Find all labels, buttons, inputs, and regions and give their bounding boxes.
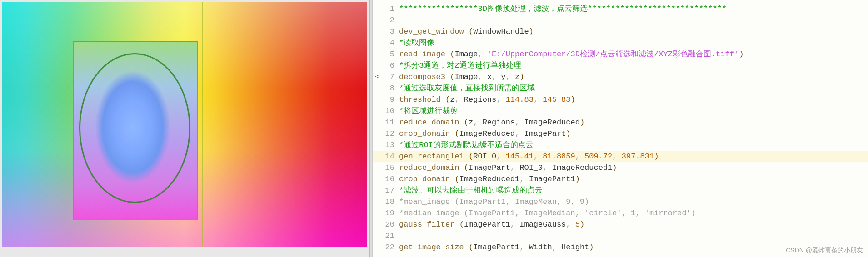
code-content: dev_get_window (WindowHandle) <box>398 26 868 37</box>
line-number: 18 <box>382 196 398 208</box>
code-line[interactable]: 4*读取图像 <box>373 37 868 49</box>
line-number: 14 <box>382 151 398 162</box>
code-line[interactable]: 20gauss_filter (ImagePart1, ImageGauss, … <box>373 219 868 230</box>
line-number: 20 <box>382 219 398 230</box>
code-line[interactable]: 10*将区域进行裁剪 <box>373 105 868 117</box>
code-line[interactable]: 8*通过选取灰度值，直接找到所需的区域 <box>373 83 868 94</box>
code-content: *通过选取灰度值，直接找到所需的区域 <box>398 83 868 94</box>
line-number: 8 <box>382 83 398 94</box>
column-separator <box>266 2 266 247</box>
line-number: 13 <box>382 139 398 151</box>
line-number: 4 <box>382 37 398 49</box>
line-number: 21 <box>382 230 398 242</box>
code-line[interactable]: 5read_image (Image, 'E:/UpperComputer/3D… <box>373 49 868 60</box>
code-content: crop_domain (ImageReduced, ImagePart) <box>398 128 868 139</box>
code-line[interactable]: 17*滤波。可以去除由于相机过曝造成的点云 <box>373 185 868 196</box>
code-content: reduce_domain (ImagePart, ROI_0, ImageRe… <box>398 162 868 173</box>
image-viewer-panel <box>0 0 369 257</box>
code-content: gen_rectangle1 (ROI_0, 145.41, 81.8859, … <box>398 151 868 162</box>
line-number: 17 <box>382 185 398 196</box>
code-line[interactable]: 9threshold (z, Regions, 114.83, 145.83) <box>373 94 868 105</box>
code-content: *median_image (ImagePart1, ImageMedian, … <box>398 208 868 219</box>
code-line[interactable]: 16crop_domain (ImageReduced1, ImagePart1… <box>373 173 868 185</box>
code-content: read_image (Image, 'E:/UpperComputer/3D检… <box>398 49 868 60</box>
code-line[interactable]: 15reduce_domain (ImagePart, ROI_0, Image… <box>373 162 868 173</box>
code-editor-panel: 1*****************3D图像预处理，滤波，点云筛选*******… <box>372 0 868 257</box>
code-content: *****************3D图像预处理，滤波，点云筛选********… <box>398 3 868 15</box>
detected-ellipse <box>79 53 190 203</box>
line-number: 12 <box>382 128 398 139</box>
line-number: 7 <box>382 71 398 83</box>
code-line[interactable]: 3dev_get_window (WindowHandle) <box>373 26 868 37</box>
code-content: *滤波。可以去除由于相机过曝造成的点云 <box>398 185 868 196</box>
line-number: 16 <box>382 173 398 185</box>
line-number: 15 <box>382 162 398 173</box>
code-line[interactable]: 6*拆分3通道，对Z通道进行单独处理 <box>373 60 868 71</box>
column-separator <box>202 2 203 247</box>
line-number: 2 <box>382 15 398 26</box>
line-number: 9 <box>382 94 398 105</box>
code-line[interactable]: 18*mean_image (ImagePart1, ImageMean, 9,… <box>373 196 868 208</box>
code-content: *将区域进行裁剪 <box>398 105 868 117</box>
code-line[interactable]: 1*****************3D图像预处理，滤波，点云筛选*******… <box>373 3 868 15</box>
code-content: gauss_filter (ImagePart1, ImageGauss, 5) <box>398 219 868 230</box>
code-line[interactable]: 12crop_domain (ImageReduced, ImagePart) <box>373 128 868 139</box>
line-number: 22 <box>382 242 398 253</box>
code-content: *拆分3通道，对Z通道进行单独处理 <box>398 60 868 71</box>
code-line[interactable]: 11reduce_domain (z, Regions, ImageReduce… <box>373 117 868 128</box>
line-number: 3 <box>382 26 398 37</box>
code-content: decompose3 (Image, x, y, z) <box>398 71 868 83</box>
code-content: threshold (z, Regions, 114.83, 145.83) <box>398 94 868 105</box>
image-canvas[interactable] <box>2 2 367 247</box>
code-line[interactable]: 14gen_rectangle1 (ROI_0, 145.41, 81.8859… <box>373 151 868 162</box>
code-content: *mean_image (ImagePart1, ImageMean, 9, 9… <box>398 196 868 208</box>
code-line[interactable]: 2 <box>373 15 868 26</box>
code-content: reduce_domain (z, Regions, ImageReduced) <box>398 117 868 128</box>
code-content: crop_domain (ImageReduced1, ImagePart1) <box>398 173 868 185</box>
line-number: 1 <box>382 3 398 15</box>
code-line[interactable]: 19*median_image (ImagePart1, ImageMedian… <box>373 208 868 219</box>
execution-arrow-icon: ➪ <box>373 71 382 83</box>
code-line[interactable]: ➪7decompose3 (Image, x, y, z) <box>373 71 868 83</box>
code-line[interactable]: 21 <box>373 230 868 242</box>
code-line[interactable]: 13*通过ROI的形式剔除边缘不适合的点云 <box>373 139 868 151</box>
roi-rectangle[interactable] <box>73 41 198 220</box>
line-number: 6 <box>382 60 398 71</box>
line-number: 19 <box>382 208 398 219</box>
code-editor[interactable]: 1*****************3D图像预处理，滤波，点云筛选*******… <box>373 0 868 253</box>
code-content: *读取图像 <box>398 37 868 49</box>
line-number: 10 <box>382 105 398 117</box>
line-number: 11 <box>382 117 398 128</box>
code-content: *通过ROI的形式剔除边缘不适合的点云 <box>398 139 868 151</box>
watermark-text: CSDN @爱炸薯条的小朋友 <box>786 247 863 255</box>
line-number: 5 <box>382 49 398 60</box>
